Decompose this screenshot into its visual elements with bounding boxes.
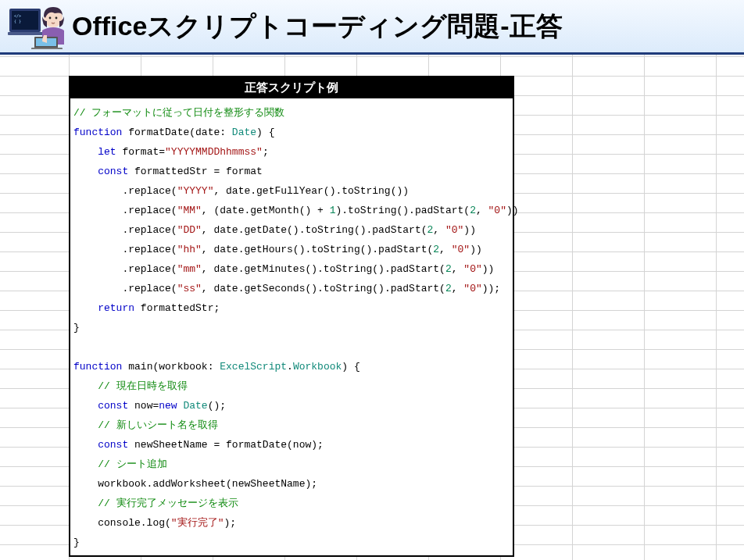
code-token <box>73 400 98 412</box>
code-token: .replace( <box>73 205 177 216</box>
code-line: } <box>73 318 510 337</box>
code-token <box>73 146 98 158</box>
code-token: "実行完了" <box>171 517 224 529</box>
page-title: Officeスクリプトコーディング問題-正答 <box>72 9 563 45</box>
svg-text:</>: </> <box>14 13 21 18</box>
code-line: .replace("DD", date.getDate().toString()… <box>73 220 510 240</box>
code-token: workbook.addWorksheet(newSheetName); <box>73 478 317 490</box>
code-token: , date.getHours().toString().padStart( <box>202 244 433 255</box>
code-token: "0" <box>488 205 506 216</box>
code-token: (); <box>208 400 226 412</box>
code-line: // シート追加 <box>73 455 510 474</box>
code-line: const newSheetName = formatDate(now); <box>73 435 510 455</box>
code-token: } <box>73 322 80 334</box>
code-line: .replace("YYYY", date.getFullYear().toSt… <box>73 181 510 201</box>
page-header: </> { } Officeスクリプトコーディング問題-正答 <box>0 0 744 55</box>
avatar: </> { } <box>8 4 69 49</box>
code-token: . <box>287 361 293 373</box>
code-token: , <box>452 263 464 275</box>
code-token: formattedStr = format <box>128 166 263 177</box>
code-body: // フォーマットに従って日付を整形する関数function formatDat… <box>70 98 513 555</box>
code-token: )) <box>470 244 482 255</box>
code-token <box>73 302 98 314</box>
code-line: workbook.addWorksheet(newSheetName); <box>73 474 510 494</box>
code-line: // 現在日時を取得 <box>73 376 510 396</box>
code-token <box>73 380 98 392</box>
code-token: // 現在日時を取得 <box>98 380 187 392</box>
code-line: // フォーマットに従って日付を整形する関数 <box>73 103 510 123</box>
code-token: newSheetName = formatDate(now); <box>128 439 324 451</box>
code-line: .replace("ss", date.getSeconds().toStrin… <box>73 279 510 298</box>
code-token: , date.getDate().toString().padStart( <box>202 224 427 236</box>
code-token: )); <box>482 283 500 294</box>
code-token: , (date.getMonth() + <box>202 205 330 216</box>
code-token: , <box>433 224 445 236</box>
code-token: ); <box>224 517 236 529</box>
code-token: "0" <box>452 244 470 255</box>
code-token: .replace( <box>73 263 177 275</box>
code-token: const <box>98 439 128 451</box>
code-token: "0" <box>463 283 481 294</box>
code-token <box>73 439 98 451</box>
code-line: // 新しいシート名を取得 <box>73 416 510 435</box>
code-token: function <box>73 361 122 373</box>
code-token: // シート追加 <box>98 458 166 470</box>
code-token: "0" <box>463 263 481 275</box>
code-token: ) { <box>256 127 274 138</box>
code-line <box>73 337 510 357</box>
code-token: .replace( <box>73 185 177 197</box>
code-token: , date.getFullYear().toString()) <box>213 185 409 197</box>
code-token: let <box>98 146 116 158</box>
code-line: .replace("mm", date.getMinutes().toStrin… <box>73 259 510 279</box>
code-token: ) { <box>342 361 359 373</box>
code-token: main(workbook: <box>122 361 220 373</box>
code-token: // 新しいシート名を取得 <box>98 419 217 431</box>
code-token: 2 <box>445 263 452 275</box>
code-token: "ss" <box>177 283 202 294</box>
code-token: 2 <box>470 205 476 216</box>
code-token <box>73 166 98 177</box>
svg-text:{ }: { } <box>14 19 21 23</box>
code-line: let format="YYYYMMDDhhmmss"; <box>73 142 510 162</box>
code-token: const <box>98 166 128 177</box>
svg-point-6 <box>49 16 52 19</box>
code-token: Date <box>232 127 256 138</box>
code-token: .replace( <box>73 244 177 255</box>
code-token: "MM" <box>177 205 202 216</box>
code-token: "hh" <box>177 244 202 255</box>
code-token: now= <box>128 400 159 412</box>
code-token: )) <box>463 224 476 236</box>
code-token: 2 <box>445 283 452 294</box>
code-token <box>73 498 98 509</box>
code-token: const <box>98 400 128 412</box>
code-token: // フォーマットに従って日付を整形する関数 <box>73 107 284 119</box>
code-token: // 実行完了メッセージを表示 <box>98 498 238 509</box>
code-token: new <box>159 400 177 412</box>
panel-title: 正答スクリプト例 <box>70 77 513 98</box>
code-token: "mm" <box>177 263 202 275</box>
code-token <box>73 458 98 470</box>
code-token: )) <box>506 205 519 216</box>
code-token: function <box>73 127 122 138</box>
code-line: return formattedStr; <box>73 298 510 318</box>
code-line: .replace("MM", (date.getMonth() + 1).toS… <box>73 201 510 220</box>
code-token: "YYYYMMDDhhmmss" <box>165 146 263 158</box>
code-line: function formatDate(date: Date) { <box>73 123 510 142</box>
code-token <box>73 419 98 431</box>
svg-point-7 <box>55 16 58 19</box>
code-token: Workbook <box>293 361 342 373</box>
code-token: Date <box>183 400 207 412</box>
code-token: , date.getMinutes().toString().padStart( <box>202 263 445 275</box>
code-token: ).toString().padStart( <box>335 205 470 216</box>
code-line: .replace("hh", date.getHours().toString(… <box>73 240 510 259</box>
code-token: console.log( <box>73 517 171 529</box>
code-line: // 実行完了メッセージを表示 <box>73 494 510 513</box>
code-token: , date.getSeconds().toString().padStart( <box>202 283 445 294</box>
code-token: )) <box>482 263 495 275</box>
code-line: console.log("実行完了"); <box>73 513 510 533</box>
code-token: formattedStr; <box>134 302 220 314</box>
code-token: .replace( <box>73 224 177 236</box>
code-token: } <box>73 537 80 548</box>
code-token: formatDate(date: <box>122 127 231 138</box>
code-line: } <box>73 533 510 552</box>
